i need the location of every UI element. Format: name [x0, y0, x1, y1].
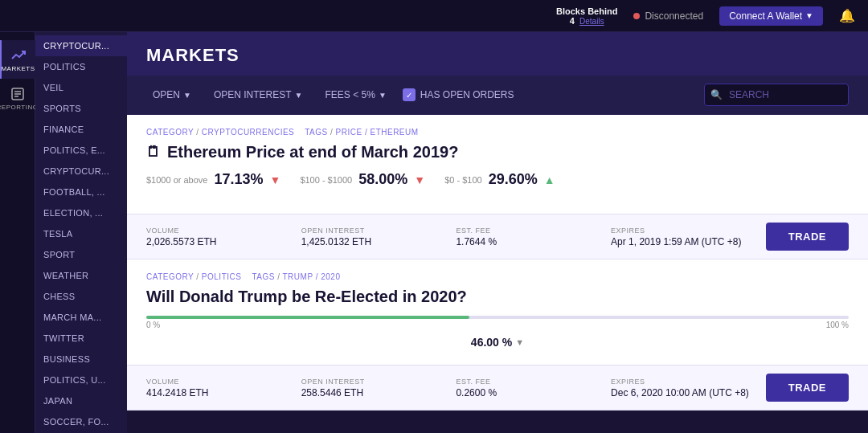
meta-volume-trump: VOLUME 414.2418 ETH: [146, 378, 301, 398]
price-item-high: $1000 or above 17.13% ▼: [146, 171, 280, 188]
open-filter-button[interactable]: OPEN ▼: [146, 86, 198, 104]
market-breadcrumb-trump: CATEGORY / POLITICS TAGS / TRUMP / 2020: [146, 272, 849, 281]
price-item-mid: $100 - $1000 58.00% ▼: [300, 171, 425, 188]
filter-bar: OPEN ▼ OPEN INTEREST ▼ FEES < 5% ▼ ✓ HAS…: [127, 76, 868, 115]
blocks-behind-label: Blocks Behind: [556, 6, 617, 16]
fees-chevron-icon: ▼: [379, 91, 387, 100]
meta-expires-eth: EXPIRES Apr 1, 2019 1:59 AM (UTC +8): [611, 227, 766, 247]
sidebar-item-finance[interactable]: FINANCE: [35, 119, 127, 140]
search-icon: 🔍: [710, 89, 723, 100]
search-wrap: 🔍: [704, 84, 849, 106]
market-card-trump-inner: CATEGORY / POLITICS TAGS / TRUMP / 2020 …: [127, 259, 868, 365]
sidebar: CRYPTOCUR... POLITICS VEIL SPORTS FINANC…: [35, 32, 127, 433]
sidebar-item-politics[interactable]: POLITICS: [35, 56, 127, 77]
blocks-behind-count: 4: [570, 16, 575, 26]
progress-bar-trump: 0 % 100 %: [146, 316, 849, 329]
meta-est-fee-trump: EST. FEE 0.2600 %: [456, 378, 611, 398]
market-meta-eth: VOLUME 2,026.5573 ETH OPEN INTEREST 1,42…: [127, 214, 868, 259]
content-area: MARKETS OPEN ▼ OPEN INTEREST ▼ FEES < 5%…: [127, 32, 868, 433]
trade-button-trump[interactable]: TRADE: [766, 374, 849, 402]
open-interest-chevron-icon: ▼: [295, 91, 303, 100]
market-card-eth: CATEGORY / CRYPTOCURRENCIES TAGS / PRICE…: [127, 115, 868, 259]
price-arrow-down-high: ▼: [270, 174, 281, 186]
connect-wallet-button[interactable]: Connect A Wallet ▼: [719, 6, 823, 26]
market-card-trump: CATEGORY / POLITICS TAGS / TRUMP / 2020 …: [127, 259, 868, 411]
has-open-orders-checkbox[interactable]: ✓: [403, 88, 416, 101]
status-dot: [633, 13, 640, 19]
meta-volume-eth: VOLUME 2,026.5573 ETH: [146, 227, 301, 247]
market-meta-trump: VOLUME 414.2418 ETH OPEN INTEREST 258.54…: [127, 365, 868, 410]
reporting-icon: [10, 86, 26, 102]
meta-open-interest-eth: OPEN INTEREST 1,425.0132 ETH: [301, 227, 457, 247]
price-bars-eth: $1000 or above 17.13% ▼ $100 - $1000 58.…: [146, 171, 849, 188]
has-open-orders-filter: ✓ HAS OPEN ORDERS: [403, 88, 514, 101]
details-link[interactable]: Details: [579, 17, 604, 26]
progress-chevron-icon: ▼: [515, 337, 524, 347]
progress-track-trump: [146, 316, 849, 319]
status-label: Disconnected: [645, 10, 703, 22]
meta-open-interest-trump: OPEN INTEREST 258.5446 ETH: [301, 378, 457, 398]
market-title-icon-eth: 🗒: [146, 144, 161, 161]
page-header: MARKETS: [127, 32, 868, 76]
sidebar-item-election[interactable]: ELECTION, ...: [35, 202, 127, 223]
sidebar-item-football[interactable]: FOOTBALL, ...: [35, 182, 127, 202]
nav-item-reporting[interactable]: REPORTING: [0, 79, 35, 117]
left-nav: MARKETS REPORTING: [0, 32, 35, 433]
sidebar-item-twitter[interactable]: TWITTER: [35, 328, 127, 349]
price-item-low: $0 - $100 29.60% ▲: [444, 171, 555, 188]
price-arrow-up-low: ▲: [544, 174, 555, 186]
sidebar-item-weather[interactable]: WEATHER: [35, 265, 127, 286]
sidebar-item-japan[interactable]: JAPAN: [35, 390, 127, 411]
sidebar-item-sport[interactable]: SPORT: [35, 244, 127, 265]
nav-reporting-label: REPORTING: [0, 104, 38, 111]
nav-markets-label: MARKETS: [1, 65, 35, 72]
sidebar-item-tesla[interactable]: TESLA: [35, 223, 127, 244]
market-title-eth: 🗒 Ethereum Price at end of March 2019?: [146, 143, 849, 161]
connection-status: Disconnected: [633, 10, 703, 22]
blocks-behind: Blocks Behind 4 Details: [556, 6, 617, 26]
progress-labels-trump: 0 % 100 %: [146, 321, 849, 329]
sidebar-item-chess[interactable]: CHESS: [35, 286, 127, 307]
sidebar-item-veil[interactable]: VEIL: [35, 77, 127, 98]
progress-center-value-trump: 46.00 % ▼: [146, 336, 849, 349]
open-chevron-icon: ▼: [183, 91, 191, 100]
sidebar-item-sports[interactable]: SPORTS: [35, 98, 127, 119]
price-arrow-down-mid: ▼: [414, 174, 425, 186]
progress-fill-trump: [146, 316, 469, 319]
trade-button-eth[interactable]: TRADE: [766, 223, 849, 251]
notification-bell-icon[interactable]: 🔔: [839, 8, 855, 23]
sidebar-item-politics-e1[interactable]: POLITICS, E...: [35, 140, 127, 161]
meta-expires-trump: EXPIRES Dec 6, 2020 10:00 AM (UTC +8): [611, 378, 766, 398]
sidebar-item-politics-u[interactable]: POLITICS, U...: [35, 370, 127, 390]
page-title: MARKETS: [146, 45, 240, 66]
markets-icon: [10, 47, 27, 63]
topbar: Blocks Behind 4 Details Disconnected Con…: [0, 0, 868, 32]
filter-group: OPEN ▼ OPEN INTEREST ▼ FEES < 5% ▼ ✓ HAS…: [146, 86, 514, 104]
open-interest-filter-button[interactable]: OPEN INTEREST ▼: [207, 86, 309, 104]
meta-est-fee-eth: EST. FEE 1.7644 %: [456, 227, 611, 247]
market-breadcrumb-eth: CATEGORY / CRYPTOCURRENCIES TAGS / PRICE…: [146, 128, 849, 137]
sidebar-item-march-madness[interactable]: MARCH MA...: [35, 307, 127, 328]
sidebar-item-soccer[interactable]: SOCCER, FO...: [35, 411, 127, 432]
sidebar-item-business[interactable]: BUSINESS: [35, 349, 127, 370]
sidebar-item-cryptocurrencies[interactable]: CRYPTOCUR...: [35, 35, 127, 56]
market-title-trump: Will Donald Trump be Re-Elected in 2020?: [146, 288, 849, 306]
sidebar-item-cryptocur2[interactable]: CRYPTOCUR...: [35, 161, 127, 182]
has-open-orders-label: HAS OPEN ORDERS: [420, 89, 514, 100]
chevron-down-icon: ▼: [805, 11, 813, 20]
nav-item-markets[interactable]: MARKETS: [0, 40, 35, 79]
fees-filter-button[interactable]: FEES < 5% ▼: [319, 86, 393, 104]
search-input[interactable]: [704, 84, 849, 106]
market-card-eth-inner: CATEGORY / CRYPTOCURRENCIES TAGS / PRICE…: [127, 115, 868, 214]
main-layout: MARKETS REPORTING CRYPTOCUR... POLITICS …: [0, 32, 868, 433]
